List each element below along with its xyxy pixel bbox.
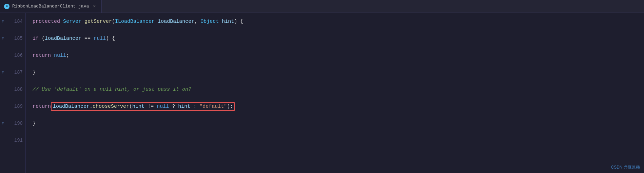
fold-gutter-187: ▽: [0, 64, 5, 81]
line-num-184: 184: [5, 13, 25, 30]
line-num-191: 191: [5, 132, 25, 149]
line-num-189: 189: [5, 98, 25, 115]
code-text-190: }: [33, 121, 36, 126]
tab-bar: C RibbonLoadBalancerClient.java ×: [0, 0, 644, 13]
fold-gutter-188: [0, 81, 5, 98]
tab-filename: RibbonLoadBalancerClient.java: [12, 4, 89, 9]
code-text-189-boxed: loadBalancer.chooseServer(hint != null ?…: [53, 104, 233, 109]
line-num-190: 190: [5, 115, 25, 132]
line-num-185: 185: [5, 30, 25, 47]
fold-gutter-191: [0, 132, 5, 149]
active-tab[interactable]: C RibbonLoadBalancerClient.java ×: [0, 0, 102, 13]
line-num-188: 188: [5, 81, 25, 98]
fold-gutter-186: [0, 47, 5, 64]
fold-gutter-184: ▽: [0, 13, 5, 30]
tab-close-button[interactable]: ×: [92, 3, 97, 10]
line-numbers: 184 185 186 187 188 189 190 191: [5, 13, 26, 173]
code-line-186: return null;: [26, 47, 644, 64]
file-type-icon: C: [4, 4, 9, 9]
code-line-191: [26, 132, 644, 149]
code-area: ▽ ▽ ▽ ▽ 184 185 186 187 188 189 190 191: [0, 13, 644, 173]
code-content: protected Server getServer(ILoadBalancer…: [26, 13, 644, 173]
code-line-187: }: [26, 64, 644, 81]
highlighted-expression: loadBalancer.chooseServer(hint != null ?…: [51, 102, 235, 111]
line-num-186: 186: [5, 47, 25, 64]
watermark: CSDN @豆浆稀: [611, 165, 640, 170]
code-line-190: }: [26, 115, 644, 132]
code-text-187: }: [33, 70, 36, 75]
code-line-189: return loadBalancer.chooseServer(hint !=…: [26, 98, 644, 115]
fold-gutter-190: ▽: [0, 115, 5, 132]
code-line-185: if (loadBalancer == null) {: [26, 30, 644, 47]
code-text-185: if (loadBalancer == null) {: [33, 36, 115, 41]
fold-icon-190[interactable]: ▽: [2, 121, 4, 125]
code-text-186: return null;: [33, 53, 69, 58]
fold-icon-187[interactable]: ▽: [2, 70, 4, 74]
code-text-189-prefix: return: [33, 104, 51, 109]
code-line-188: // Use 'default' on a null hint, or just…: [26, 81, 644, 98]
fold-gutter-189: [0, 98, 5, 115]
code-text-188: // Use 'default' on a null hint, or just…: [33, 87, 191, 92]
fold-gutter: ▽ ▽ ▽ ▽: [0, 13, 5, 173]
code-line-184: protected Server getServer(ILoadBalancer…: [26, 13, 644, 30]
editor-container: C RibbonLoadBalancerClient.java × ▽ ▽ ▽ …: [0, 0, 644, 173]
line-num-187: 187: [5, 64, 25, 81]
code-text-184: protected Server getServer(ILoadBalancer…: [33, 19, 243, 24]
fold-icon-184[interactable]: ▽: [2, 19, 4, 23]
fold-gutter-185: ▽: [0, 30, 5, 47]
fold-icon-185[interactable]: ▽: [2, 36, 4, 40]
